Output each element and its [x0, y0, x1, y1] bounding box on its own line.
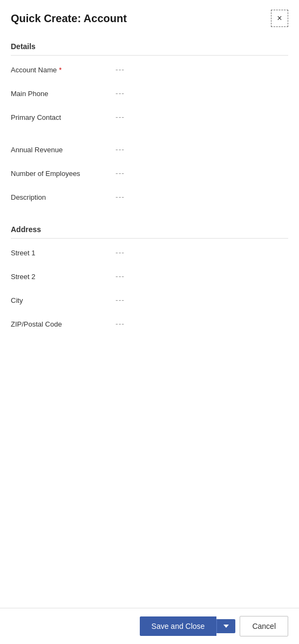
- required-star: *: [59, 66, 62, 74]
- spacer: [11, 129, 288, 138]
- field-row-city[interactable]: City ---: [11, 288, 288, 312]
- panel-header: Quick Create: Account ×: [0, 0, 299, 35]
- field-row-number-of-employees[interactable]: Number of Employees ---: [11, 161, 288, 185]
- street2-value[interactable]: ---: [113, 271, 288, 282]
- street2-label: Street 2: [11, 273, 113, 281]
- field-row-primary-contact[interactable]: Primary Contact ---: [11, 105, 288, 129]
- field-row-account-name[interactable]: Account Name * ---: [11, 58, 288, 82]
- city-value[interactable]: ---: [113, 295, 288, 306]
- close-button[interactable]: ×: [271, 10, 288, 27]
- description-value[interactable]: ---: [113, 192, 288, 202]
- save-close-dropdown-button[interactable]: [216, 619, 235, 633]
- chevron-down-icon: [223, 625, 229, 628]
- quick-create-panel: Quick Create: Account × Details Account …: [0, 0, 299, 644]
- account-name-value[interactable]: ---: [113, 64, 288, 75]
- field-row-description[interactable]: Description ---: [11, 185, 288, 209]
- account-name-label: Account Name *: [11, 66, 113, 74]
- main-phone-label: Main Phone: [11, 90, 113, 98]
- details-section-header: Details: [11, 35, 288, 56]
- number-of-employees-value[interactable]: ---: [113, 168, 288, 179]
- field-row-zip-postal-code[interactable]: ZIP/Postal Code ---: [11, 312, 288, 336]
- zip-postal-code-value[interactable]: ---: [113, 318, 288, 329]
- street1-label: Street 1: [11, 249, 113, 257]
- spacer2: [11, 209, 288, 218]
- save-close-button[interactable]: Save and Close: [140, 616, 217, 636]
- cancel-button[interactable]: Cancel: [240, 616, 288, 636]
- close-icon: ×: [277, 13, 282, 23]
- panel-title: Quick Create: Account: [11, 12, 127, 25]
- field-row-street1[interactable]: Street 1 ---: [11, 241, 288, 265]
- annual-revenue-label: Annual Revenue: [11, 146, 113, 154]
- number-of-employees-label: Number of Employees: [11, 170, 113, 178]
- annual-revenue-value[interactable]: ---: [113, 144, 288, 155]
- city-label: City: [11, 296, 113, 304]
- panel-content: Details Account Name * --- Main Phone --…: [0, 35, 299, 608]
- description-label: Description: [11, 193, 113, 201]
- primary-contact-label: Primary Contact: [11, 113, 113, 121]
- primary-contact-value[interactable]: ---: [113, 112, 288, 123]
- panel-footer: Save and Close Cancel: [0, 608, 299, 644]
- field-row-annual-revenue[interactable]: Annual Revenue ---: [11, 138, 288, 161]
- address-section-header: Address: [11, 218, 288, 239]
- street1-value[interactable]: ---: [113, 247, 288, 258]
- field-row-main-phone[interactable]: Main Phone ---: [11, 82, 288, 105]
- zip-postal-code-label: ZIP/Postal Code: [11, 320, 113, 328]
- main-phone-value[interactable]: ---: [113, 88, 288, 99]
- field-row-street2[interactable]: Street 2 ---: [11, 265, 288, 288]
